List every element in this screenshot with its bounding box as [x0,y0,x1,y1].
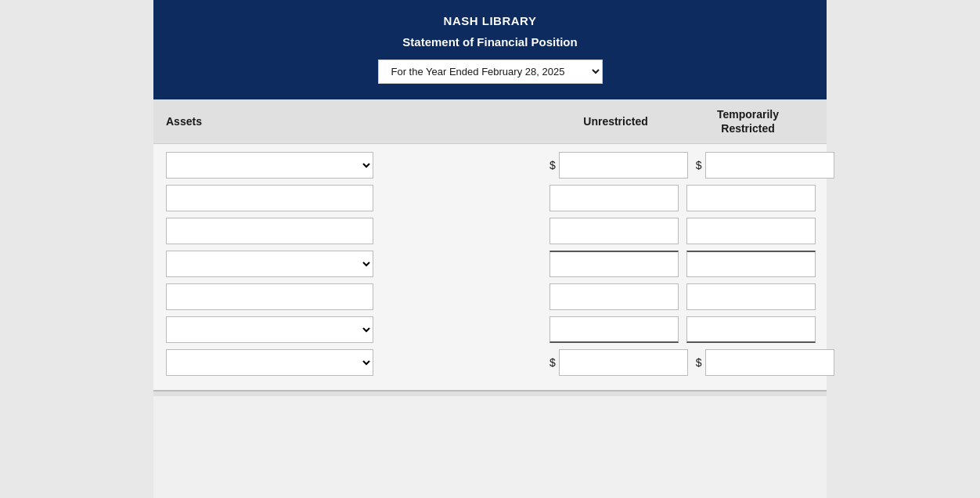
label-cell-6 [166,316,549,343]
label-cell-3 [166,218,549,244]
res-cell-2 [686,185,823,211]
page-wrapper: NASH LIBRARY Statement of Financial Posi… [0,0,980,498]
res-cell-5 [686,283,823,310]
dollar-sign-1: $ [549,159,556,171]
unr-cell-2 [549,185,686,211]
unr-cell-7: $ [549,349,696,376]
col-assets-header: Assets [166,115,549,128]
org-title: NASH LIBRARY [169,14,811,27]
label-select-7[interactable] [166,349,373,376]
col-unrestricted-header: Unrestricted [549,115,682,128]
unr-input-1[interactable] [559,152,688,179]
dollar-sign-7: $ [549,356,556,369]
res-input-2[interactable] [686,185,816,211]
unr-input-2[interactable] [549,185,679,211]
label-cell-1 [166,152,549,179]
res-cell-4 [686,251,823,277]
res-input-4[interactable] [686,251,816,277]
form-row-1: $ $ [166,152,814,179]
period-dropdown[interactable]: For the Year Ended February 28, 2025 [378,60,603,84]
label-input-2[interactable] [166,185,373,211]
period-select-wrapper[interactable]: For the Year Ended February 28, 2025 [378,60,603,84]
unr-cell-3 [549,218,686,244]
unr-input-4[interactable] [549,251,679,277]
form-row-6 [166,316,814,343]
unr-input-5[interactable] [549,283,679,310]
content-area: NASH LIBRARY Statement of Financial Posi… [153,0,827,498]
res-input-5[interactable] [686,283,816,310]
res-cell-7: $ [696,349,842,376]
col-temp-restricted-header: Temporarily Restricted [682,107,814,135]
report-title: Statement of Financial Position [169,35,811,49]
unr-input-3[interactable] [549,218,679,244]
res-cell-6 [686,316,823,343]
unr-input-7[interactable] [559,349,688,376]
unr-cell-1: $ [549,152,696,179]
label-select-1[interactable] [166,152,373,179]
unr-cell-6 [549,316,686,343]
unr-input-6[interactable] [549,316,679,343]
form-row-4 [166,251,814,277]
res-input-1[interactable] [705,152,834,179]
label-input-3[interactable] [166,218,373,244]
res-input-6[interactable] [686,316,816,343]
unr-cell-5 [549,283,686,310]
label-select-6[interactable] [166,316,373,343]
bottom-border-strip [153,390,827,396]
res-cell-3 [686,218,823,244]
res-input-3[interactable] [686,218,816,244]
label-cell-4 [166,251,549,277]
form-row-5 [166,283,814,310]
columns-header: Assets Unrestricted Temporarily Restrict… [153,99,827,144]
unr-cell-4 [549,251,686,277]
header-section: NASH LIBRARY Statement of Financial Posi… [153,0,827,99]
form-row-2 [166,185,814,211]
label-cell-7 [166,349,549,376]
form-row-3 [166,218,814,244]
label-cell-5 [166,283,549,310]
dollar-sign-res-7: $ [696,356,702,369]
form-body: $ $ [153,144,827,390]
form-row-7: $ $ [166,349,814,376]
label-cell-2 [166,185,549,211]
dollar-sign-res-1: $ [696,159,702,171]
label-select-4[interactable] [166,251,373,277]
res-input-7[interactable] [705,349,834,376]
label-input-5[interactable] [166,283,373,310]
res-cell-1: $ [696,152,842,179]
